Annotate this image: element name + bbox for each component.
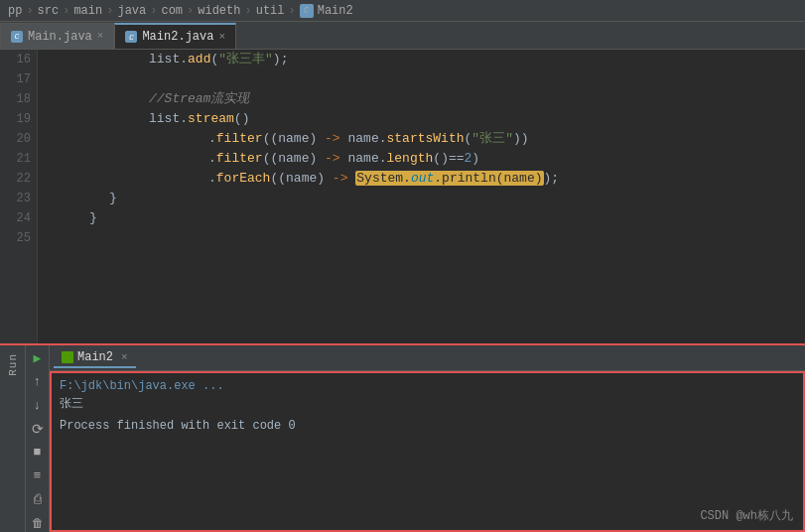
output-line-finished: Process finished with exit code 0 — [60, 417, 795, 435]
line-number: 16 — [0, 50, 31, 69]
panel-tab-bar: Main2 × — [50, 345, 805, 371]
scroll-down-button[interactable]: ↓ — [29, 397, 47, 415]
breadcrumb-item[interactable]: pp — [8, 4, 22, 18]
panel-content: Main2 × F:\jdk\bin\java.exe ... 张三 Proce… — [50, 345, 805, 532]
tab-label: Main2.java — [142, 30, 213, 44]
tab-close-icon[interactable]: × — [97, 31, 104, 42]
line-number: 21 — [0, 149, 31, 169]
scroll-up-button[interactable]: ↑ — [29, 373, 47, 391]
breadcrumb-item[interactable]: com — [161, 4, 183, 18]
code-line-17 — [50, 69, 805, 89]
watermark-text: CSDN @wh栋八九 — [700, 509, 793, 523]
code-line-24: } — [50, 208, 805, 228]
run-play-button[interactable]: ▶ — [29, 349, 47, 367]
output-line-path: F:\jdk\bin\java.exe ... — [60, 377, 795, 395]
line-number: 25 — [0, 228, 31, 248]
line-numbers: 16 17 18 19 20 21 22 23 24 25 — [0, 50, 38, 343]
class-icon: C — [300, 4, 314, 18]
breadcrumb-sep: › — [187, 4, 194, 18]
line-number: 24 — [0, 208, 31, 228]
breadcrumb-sep: › — [150, 4, 157, 18]
breadcrumb: pp › src › main › java › com › wideth › … — [0, 0, 805, 22]
code-line-20: .filter((name) -> name.startsWith("张三")) — [50, 129, 805, 149]
watermark: CSDN @wh栋八九 — [700, 507, 793, 524]
run-sidebar: Run — [0, 345, 26, 532]
breadcrumb-item[interactable]: Main2 — [318, 4, 353, 18]
panel-tab-close-icon[interactable]: × — [121, 351, 128, 363]
breadcrumb-sep: › — [289, 4, 296, 18]
editor-area: 16 17 18 19 20 21 22 23 24 25 list.add("… — [0, 50, 805, 343]
output-line-result: 张三 — [60, 395, 795, 413]
breadcrumb-item[interactable]: java — [117, 4, 146, 18]
delete-button[interactable]: 🗑 — [29, 514, 47, 532]
scroll-to-end-button[interactable]: ≡ — [29, 467, 47, 485]
line-number: 19 — [0, 109, 31, 129]
line-number: 18 — [0, 89, 31, 109]
line-number: 17 — [0, 69, 31, 89]
run-label: Run — [7, 349, 19, 380]
code-line-23: } — [50, 189, 805, 208]
output-path-text: F:\jdk\bin\java.exe ... — [60, 379, 224, 393]
panel-output: F:\jdk\bin\java.exe ... 张三 Process finis… — [50, 371, 805, 532]
output-result-text: 张三 — [60, 397, 83, 411]
panel-tab-main2[interactable]: Main2 × — [54, 348, 136, 368]
tab-bar: C Main.java × C Main2.java × — [0, 22, 805, 50]
breadcrumb-sep: › — [63, 4, 69, 18]
code-line-19: list.stream() — [50, 109, 805, 129]
panel-tab-label: Main2 — [77, 350, 113, 364]
breadcrumb-item[interactable]: wideth — [198, 4, 240, 18]
panel-tools: ▶ ↑ ↓ ⟳ ■ ≡ ⎙ 🗑 — [26, 345, 50, 532]
line-number: 23 — [0, 189, 31, 208]
line-number: 20 — [0, 129, 31, 149]
output-finished-text: Process finished with exit code 0 — [60, 419, 296, 433]
stop-button[interactable]: ■ — [29, 444, 47, 462]
code-line-22: .forEach((name) -> System.out.println(na… — [50, 169, 805, 189]
print-button[interactable]: ⎙ — [29, 491, 47, 509]
tab-label: Main.java — [28, 30, 92, 44]
breadcrumb-item[interactable]: src — [38, 4, 60, 18]
code-line-16: list.add("张三丰"); — [50, 50, 805, 69]
breadcrumb-item[interactable]: util — [256, 4, 285, 18]
code-line-18: //Stream流实现 — [50, 89, 805, 109]
code-line-21: .filter((name) -> name.length()==2) — [50, 149, 805, 169]
breadcrumb-sep: › — [106, 4, 113, 18]
code-editor[interactable]: list.add("张三丰"); //Stream流实现 list.stream… — [38, 50, 805, 343]
line-number: 22 — [0, 169, 31, 189]
java-file-icon: C — [125, 31, 137, 43]
code-line-25 — [50, 228, 805, 248]
tab-main1[interactable]: C Main.java × — [0, 23, 114, 49]
java-file-icon: C — [11, 31, 23, 43]
tab-main2[interactable]: C Main2.java × — [114, 23, 236, 49]
bottom-panel: Run ▶ ↑ ↓ ⟳ ■ ≡ ⎙ 🗑 Main2 × F:\jdk\bin\j… — [0, 343, 805, 532]
tab-close-icon[interactable]: × — [218, 32, 225, 43]
breadcrumb-sep: › — [244, 4, 251, 18]
rerun-button[interactable]: ⟳ — [29, 420, 47, 438]
breadcrumb-sep: › — [26, 4, 33, 18]
breadcrumb-item[interactable]: main — [73, 4, 102, 18]
run-config-icon — [62, 351, 73, 363]
